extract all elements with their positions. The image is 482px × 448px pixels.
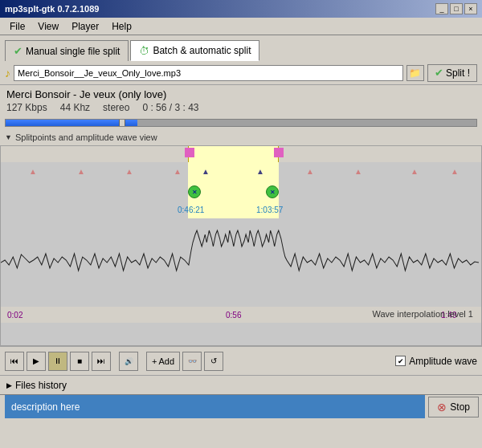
waveform-section-title: Splitpoints and amplitude wave view <box>15 132 157 142</box>
time-start: 0:02 <box>7 311 22 320</box>
maximize-button[interactable]: □ <box>450 3 463 14</box>
arrow-marker-5: ▲ <box>202 167 210 176</box>
status-text: description here <box>11 401 80 413</box>
song-bitrate: 127 Kbps <box>6 102 47 113</box>
waveform-label: ▼ Splitpoints and amplitude wave view <box>5 132 477 142</box>
tab1-check-icon: ✔ <box>14 45 22 57</box>
menu-help[interactable]: Help <box>105 19 138 34</box>
glasses-button[interactable]: 👓 <box>182 352 202 371</box>
title-bar: mp3splt-gtk 0.7.2.1089 _ □ × <box>0 0 482 18</box>
song-freq: 44 Khz <box>60 102 90 113</box>
amplitude-wave-label: Amplitude wave <box>409 356 477 367</box>
play-button[interactable]: ▶ <box>27 352 46 371</box>
highlight-region-top <box>188 146 279 162</box>
amplitude-wave-row: ✔ Amplitude wave <box>395 356 477 367</box>
arrows-row: ▲ ▲ ▲ ▲ ▲ ▲ ▲ ▲ ▲ ▲ <box>1 162 481 180</box>
tab-bar: ✔ Manual single file split ⏱ Batch & aut… <box>0 35 482 61</box>
song-title: Merci Bonsoir - Je veux (only love) <box>6 88 476 100</box>
arrow-marker-10: ▲ <box>451 167 459 176</box>
tab-manual-split[interactable]: ✔ Manual single file split <box>5 40 129 61</box>
pause-button[interactable]: ⏸ <box>48 352 67 371</box>
splitpoint2-marker-top[interactable] <box>274 148 284 157</box>
arrow-marker-4: ▲ <box>174 167 182 176</box>
controls-row: ⏮ ▶ ⏸ ■ ⏭ 🔊 + Add 👓 ↺ ✔ Amplitude wave <box>0 346 482 375</box>
splitpoint2-x-icon: ✕ <box>270 189 276 196</box>
progress-thumb[interactable] <box>119 119 125 127</box>
waveform-svg <box>1 218 481 307</box>
close-button[interactable]: × <box>464 3 477 14</box>
song-position: 0 : 56 / 3 : 43 <box>142 102 198 113</box>
stop-icon: ⊗ <box>437 401 447 413</box>
arrow-marker-1: ▲ <box>29 167 37 176</box>
markers-row <box>1 146 481 162</box>
splitpoint2-timestamp: 1:03:57 <box>256 206 283 214</box>
stop-label: Stop <box>450 401 470 413</box>
arrow-marker-3: ▲ <box>125 167 133 176</box>
arrow-marker-9: ▲ <box>411 167 419 176</box>
time-mid: 0:56 <box>226 311 241 320</box>
split-check-icon: ✔ <box>435 67 443 79</box>
splitpoint1-timestamp: 0:46:21 <box>178 206 204 214</box>
collapse-icon[interactable]: ▼ <box>5 133 12 141</box>
splitpoint2-dot[interactable]: ✕ <box>266 185 279 198</box>
minimize-button[interactable]: _ <box>435 3 448 14</box>
tab-batch-split[interactable]: ⏱ Batch & automatic split <box>130 40 259 61</box>
waveform-section: ▼ Splitpoints and amplitude wave view <box>0 131 482 145</box>
dots-row: ✕ ✕ <box>1 180 481 204</box>
split-label: Split ! <box>446 67 470 79</box>
status-description: description here <box>5 395 425 418</box>
wave-canvas <box>1 218 481 307</box>
rewind-button[interactable]: ⏮ <box>5 352 24 371</box>
file-music-icon: ♪ <box>5 67 10 79</box>
song-metadata: 127 Kbps 44 Khz stereo 0 : 56 / 3 : 43 <box>6 102 476 113</box>
browse-folder-button[interactable]: 📁 <box>406 65 424 81</box>
progress-fill <box>6 120 137 126</box>
timestamp-labels-row: 0:46:21 1:03:57 <box>1 204 481 218</box>
progress-bar[interactable] <box>5 119 477 127</box>
menu-file[interactable]: File <box>3 19 31 34</box>
arrow-marker-2: ▲ <box>77 167 85 176</box>
tab2-label: Batch & automatic split <box>153 45 251 56</box>
volume-button[interactable]: 🔊 <box>119 352 138 371</box>
time-axis: 0:02 0:56 1:49 Wave interpolation level … <box>1 307 481 323</box>
splitpoint1-marker-top[interactable] <box>185 148 194 157</box>
amplitude-wave-checkbox[interactable]: ✔ <box>395 356 406 366</box>
window-controls: _ □ × <box>435 3 477 14</box>
files-history-label: Files history <box>15 380 67 391</box>
wave-interpolation-label: Wave interpolation level 1 <box>372 309 473 319</box>
song-info-panel: Merci Bonsoir - Je veux (only love) 127 … <box>0 85 482 116</box>
svg-rect-0 <box>1 218 481 307</box>
menu-player[interactable]: Player <box>65 19 105 34</box>
add-label: Add <box>158 356 174 366</box>
tab1-label: Manual single file split <box>26 46 120 57</box>
status-bar: description here ⊗ Stop <box>0 394 482 418</box>
stop-control-button[interactable]: ■ <box>70 352 89 371</box>
splitpoint1-x-icon: ✕ <box>192 189 198 196</box>
menu-view[interactable]: View <box>31 19 65 34</box>
add-plus-icon: + <box>152 356 157 366</box>
files-history-expand-icon[interactable]: ▶ <box>6 381 12 389</box>
arrow-marker-7: ▲ <box>306 167 314 176</box>
arrow-marker-6: ▲ <box>256 167 264 176</box>
arrow-marker-8: ▲ <box>354 167 362 176</box>
splitpoint1-dot[interactable]: ✕ <box>188 185 201 198</box>
refresh-button[interactable]: ↺ <box>204 352 223 371</box>
song-channels: stereo <box>103 102 129 113</box>
files-history-panel[interactable]: ▶ Files history <box>0 375 482 394</box>
split-button[interactable]: ✔ Split ! <box>427 64 477 82</box>
progress-container[interactable] <box>0 116 482 131</box>
app-title: mp3splt-gtk 0.7.2.1089 <box>5 4 99 14</box>
forward-button[interactable]: ⏭ <box>92 352 111 371</box>
file-row: ♪ 📁 ✔ Split ! <box>0 61 482 85</box>
stop-button[interactable]: ⊗ Stop <box>428 397 479 417</box>
menu-bar: File View Player Help <box>0 18 482 35</box>
tab2-check-icon: ⏱ <box>139 45 149 57</box>
file-path-input[interactable] <box>14 65 403 81</box>
waveform-area[interactable]: ▲ ▲ ▲ ▲ ▲ ▲ ▲ ▲ ▲ ▲ ✕ ✕ 0:46:21 1:03:57 <box>0 145 482 346</box>
add-button[interactable]: + Add <box>146 352 180 371</box>
